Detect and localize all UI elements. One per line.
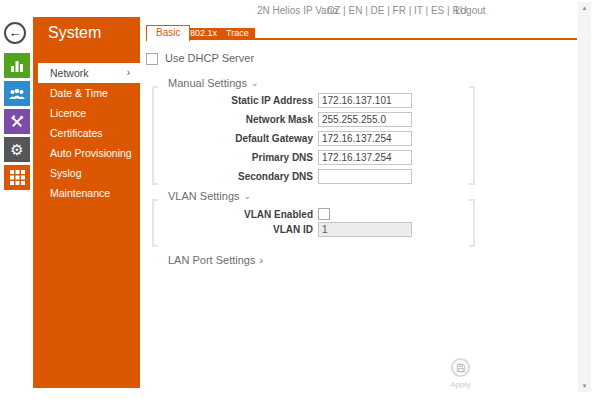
language-switcher[interactable]: CZ | EN | DE | FR | IT | ES | RU (327, 5, 467, 16)
chevron-right-icon: › (259, 254, 263, 266)
sidebar-item-label: Date & Time (50, 87, 108, 99)
back-button[interactable]: ← (4, 22, 26, 44)
section-bracket-right (470, 199, 475, 247)
sidebar-item-label: Network (50, 67, 89, 79)
save-icon (456, 359, 466, 377)
sidebar-item-licence[interactable]: Licence (38, 103, 140, 123)
sidebar-tile-status[interactable] (4, 53, 30, 78)
chevron-down-icon: ⌄ (251, 78, 259, 88)
secondary-dns-input[interactable] (318, 169, 412, 184)
logout-link[interactable]: Logout (455, 5, 486, 16)
sidebar-item-label: Maintenance (50, 187, 110, 199)
app-window: 2N Helios IP Vario CZ | EN | DE | FR | I… (0, 0, 600, 414)
network-mask-label: Network Mask (160, 112, 313, 127)
sidebar-item-label: Auto Provisioning (50, 147, 132, 159)
sidebar-item-label: Licence (50, 107, 86, 119)
default-gateway-input[interactable] (318, 131, 412, 146)
chevron-down-icon: ⌄ (244, 191, 252, 201)
sidebar-item-date-time[interactable]: Date & Time (38, 83, 140, 103)
section-bracket-left (152, 86, 157, 185)
scrollbar[interactable]: ▲ ▼ (578, 2, 591, 392)
static-ip-input[interactable] (318, 93, 412, 108)
primary-dns-label: Primary DNS (160, 150, 313, 165)
sidebar-tile-services[interactable] (4, 109, 30, 134)
vlan-id-label: VLAN ID (160, 222, 313, 237)
vlan-settings-header[interactable]: VLAN Settings⌄ (168, 190, 251, 202)
dhcp-label: Use DHCP Server (165, 52, 254, 64)
sidebar-item-maintenance[interactable]: Maintenance (38, 183, 140, 203)
section-bracket-right (470, 86, 475, 185)
lan-port-settings-header[interactable]: LAN Port Settings› (168, 254, 263, 266)
chevron-right-icon: › (127, 63, 130, 83)
sidebar-item-syslog[interactable]: Syslog (38, 163, 140, 183)
grid-icon (10, 170, 25, 185)
sidebar-item-label: Syslog (50, 167, 82, 179)
gear-icon: ⚙ (10, 142, 23, 157)
scroll-up-icon[interactable]: ▲ (578, 3, 591, 13)
section-title-text: Manual Settings (168, 77, 247, 89)
tab-trace[interactable]: Trace (220, 28, 255, 38)
sidebar-item-auto-provisioning[interactable]: Auto Provisioning (38, 143, 140, 163)
section-title-text: VLAN Settings (168, 190, 240, 202)
vlan-enabled-label: VLAN Enabled (160, 207, 313, 222)
section-title-text: LAN Port Settings (168, 254, 255, 266)
apply-button-label: Apply (444, 380, 477, 389)
tools-icon (9, 114, 25, 130)
users-icon (8, 86, 26, 102)
default-gateway-label: Default Gateway (160, 131, 313, 146)
back-arrow-icon: ← (9, 25, 22, 40)
page-title: System (48, 24, 101, 42)
sidebar-item-certificates[interactable]: Certificates (38, 123, 140, 143)
sidebar-tile-directory[interactable] (4, 81, 30, 106)
network-mask-input[interactable] (318, 112, 412, 127)
vlan-enabled-checkbox[interactable] (318, 208, 330, 220)
section-bracket-left (152, 199, 157, 247)
manual-settings-header[interactable]: Manual Settings⌄ (168, 77, 258, 89)
vlan-id-input (318, 222, 412, 237)
sidebar-item-network[interactable]: Network › (38, 63, 140, 83)
product-title: 2N Helios IP Vario (257, 5, 338, 16)
scroll-down-icon[interactable]: ▼ (578, 381, 591, 391)
tab-basic[interactable]: Basic (146, 25, 190, 41)
sidebar-tile-hardware[interactable]: ⚙ (4, 137, 30, 162)
secondary-dns-label: Secondary DNS (160, 169, 313, 184)
sidebar-tile-system[interactable] (4, 165, 30, 190)
apply-button-circle (451, 358, 470, 377)
apply-button[interactable]: Apply (444, 358, 477, 389)
sidebar-item-label: Certificates (50, 127, 103, 139)
static-ip-label: Static IP Address (160, 93, 313, 108)
primary-dns-input[interactable] (318, 150, 412, 165)
tabbar-underline (146, 38, 577, 40)
bar-chart-icon (9, 58, 25, 74)
dhcp-checkbox[interactable] (146, 53, 158, 65)
